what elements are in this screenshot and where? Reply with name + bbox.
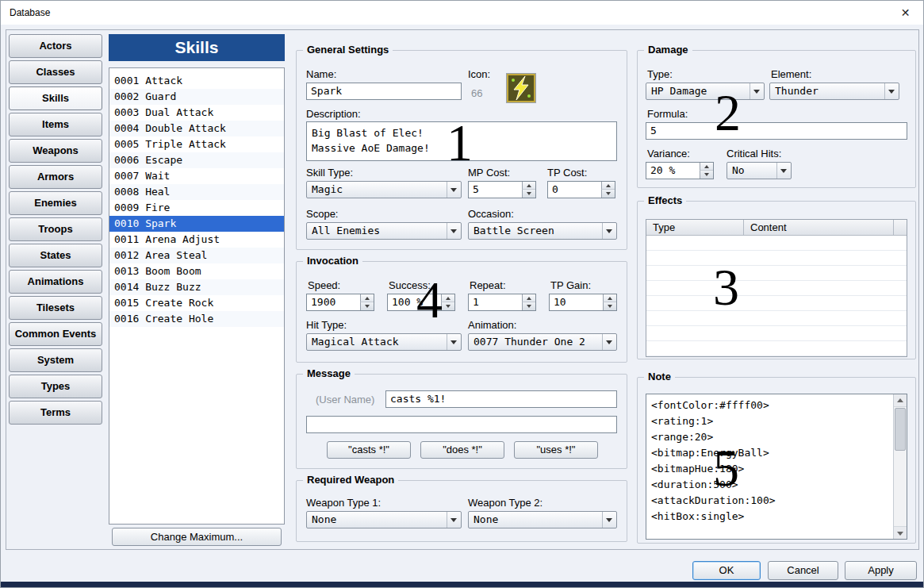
sidebar-item-classes[interactable]: Classes: [9, 60, 102, 84]
sidebar-item-types[interactable]: Types: [9, 375, 102, 398]
icon-picker[interactable]: [506, 73, 536, 103]
hit-type-value: Magical Attack: [312, 336, 445, 348]
effects-row[interactable]: [646, 296, 907, 311]
sidebar-item-actors[interactable]: Actors: [9, 34, 102, 58]
variance-stepper[interactable]: 20 %: [646, 162, 714, 179]
skill-list-item[interactable]: 0001 Attack: [109, 73, 284, 89]
apply-button[interactable]: Apply: [845, 561, 917, 580]
note-scrollbar[interactable]: [893, 394, 907, 539]
effects-row[interactable]: [646, 341, 907, 356]
animation-select[interactable]: 0077 Thunder One 2: [468, 333, 617, 351]
message-line2-input[interactable]: [306, 416, 617, 433]
icon-index: 66: [471, 87, 482, 99]
skill-list-item[interactable]: 0015 Create Rock: [109, 295, 284, 311]
critical-select[interactable]: No: [727, 162, 792, 179]
cancel-button[interactable]: Cancel: [768, 561, 838, 580]
sidebar-item-states[interactable]: States: [9, 244, 102, 267]
effects-row[interactable]: [646, 326, 907, 341]
effects-col-type[interactable]: Type: [646, 220, 744, 235]
mp-cost-stepper[interactable]: 5: [468, 181, 536, 198]
skill-list-item[interactable]: 0006 Escape: [109, 152, 284, 168]
spin-down-icon[interactable]: [601, 190, 615, 198]
spin-down-icon[interactable]: [441, 302, 454, 310]
success-stepper[interactable]: 100 %: [387, 294, 455, 311]
weapon-type1-select[interactable]: None: [306, 511, 462, 528]
spin-up-icon[interactable]: [700, 163, 713, 171]
weapon-type2-select[interactable]: None: [468, 511, 617, 528]
close-button[interactable]: ✕: [888, 1, 923, 25]
repeat-stepper[interactable]: 1: [468, 294, 536, 311]
hit-type-select[interactable]: Magical Attack: [306, 333, 462, 351]
spin-down-icon[interactable]: [522, 190, 535, 198]
sidebar-item-terms[interactable]: Terms: [9, 401, 102, 425]
chevron-down-icon: [447, 512, 461, 528]
damage-type-select[interactable]: HP Damage: [646, 83, 765, 100]
skill-list-item[interactable]: 0011 Arena Adjust: [109, 232, 284, 248]
skill-list-item[interactable]: 0004 Double Attack: [109, 121, 284, 136]
skill-list-item-selected[interactable]: 0010 Spark: [109, 216, 284, 232]
spin-down-icon[interactable]: [360, 302, 374, 310]
spin-down-icon[interactable]: [603, 302, 616, 310]
preset-uses-button[interactable]: "uses *!": [514, 441, 598, 459]
skill-list-item[interactable]: 0008 Heal: [109, 184, 284, 200]
skill-list-item[interactable]: 0007 Wait: [109, 168, 284, 184]
name-input[interactable]: Spark: [306, 83, 462, 100]
effects-table[interactable]: Type Content: [646, 219, 907, 357]
note-line: <fontColor:#ffff00>: [651, 398, 888, 413]
skill-list-item[interactable]: 0012 Area Steal: [109, 248, 284, 263]
spin-up-icon[interactable]: [522, 182, 535, 190]
speed-stepper[interactable]: 1900: [306, 294, 374, 311]
sidebar-item-system[interactable]: System: [9, 348, 102, 372]
sidebar-item-enemies[interactable]: Enemies: [9, 191, 102, 215]
description-label: Description:: [306, 108, 361, 120]
sidebar-item-items[interactable]: Items: [9, 113, 102, 136]
spin-down-icon[interactable]: [522, 302, 535, 310]
skill-type-select[interactable]: Magic: [306, 181, 462, 198]
skill-list-item[interactable]: 0002 Guard: [109, 89, 284, 105]
scroll-up-icon[interactable]: [894, 394, 907, 407]
effects-row[interactable]: [646, 251, 907, 266]
spin-up-icon[interactable]: [441, 294, 454, 302]
scrollbar-thumb[interactable]: [895, 408, 906, 451]
animation-value: 0077 Thunder One 2: [474, 336, 600, 348]
sidebar-item-common-events[interactable]: Common Events: [9, 322, 102, 346]
preset-does-button[interactable]: "does *!": [420, 441, 504, 459]
scroll-down-icon[interactable]: [894, 526, 907, 539]
spin-up-icon[interactable]: [603, 294, 616, 302]
effects-row[interactable]: [646, 311, 907, 326]
scope-select[interactable]: All Enemies: [306, 222, 462, 240]
effects-row[interactable]: [646, 266, 907, 281]
element-select[interactable]: Thunder: [769, 83, 899, 100]
effects-row[interactable]: [646, 236, 907, 251]
sidebar-item-animations[interactable]: Animations: [9, 270, 102, 294]
effects-row[interactable]: [646, 281, 907, 296]
element-value: Thunder: [775, 85, 883, 98]
spin-up-icon[interactable]: [601, 182, 615, 190]
change-maximum-button[interactable]: Change Maximum...: [112, 528, 282, 546]
skill-type-value: Magic: [312, 183, 445, 196]
occasion-select[interactable]: Battle Screen: [468, 222, 617, 240]
skill-list-item[interactable]: 0009 Fire: [109, 200, 284, 216]
sidebar-item-tilesets[interactable]: Tilesets: [9, 296, 102, 320]
description-input[interactable]: Big Blast of Elec! Massive AoE Damage!: [306, 121, 617, 161]
skill-list-item[interactable]: 0016 Create Hole: [109, 311, 284, 327]
tp-cost-stepper[interactable]: 0: [547, 181, 615, 198]
skill-list-item[interactable]: 0013 Boom Boom: [109, 263, 284, 279]
ok-button[interactable]: OK: [692, 561, 761, 580]
message-line1-input[interactable]: casts %1!: [385, 390, 617, 408]
spin-down-icon[interactable]: [700, 171, 713, 179]
skill-list-item[interactable]: 0003 Dual Attack: [109, 105, 284, 121]
formula-input[interactable]: 5: [646, 122, 907, 140]
spin-up-icon[interactable]: [360, 294, 374, 302]
skill-list-item[interactable]: 0014 Buzz Buzz: [109, 279, 284, 295]
sidebar-item-armors[interactable]: Armors: [9, 165, 102, 189]
sidebar-item-troops[interactable]: Troops: [9, 217, 102, 241]
sidebar-item-weapons[interactable]: Weapons: [9, 139, 102, 163]
tp-gain-stepper[interactable]: 10: [549, 294, 617, 311]
sidebar-item-skills[interactable]: Skills: [9, 86, 102, 110]
effects-col-content[interactable]: Content: [744, 220, 894, 235]
note-input[interactable]: <fontColor:#ffff00> <rating:1> <range:20…: [646, 394, 907, 540]
skill-list-item[interactable]: 0005 Triple Attack: [109, 136, 284, 152]
preset-casts-button[interactable]: "casts *!": [327, 441, 411, 459]
spin-up-icon[interactable]: [522, 294, 535, 302]
